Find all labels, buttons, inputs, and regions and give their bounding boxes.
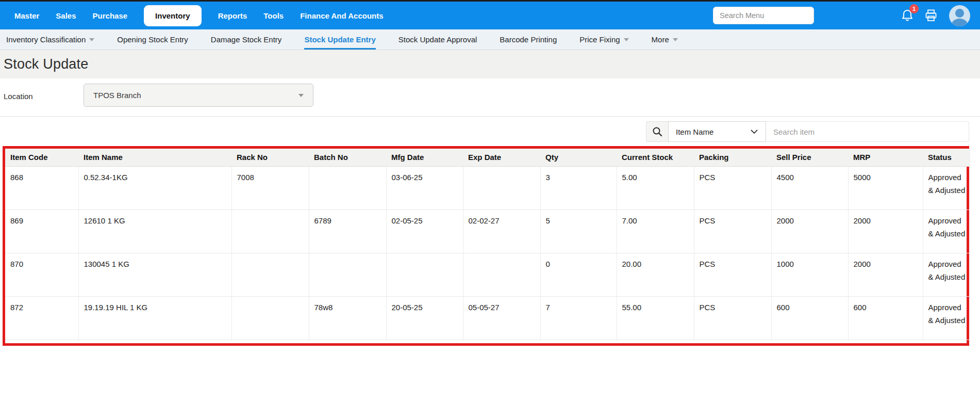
cell-mfg-date: 20-05-25 <box>386 296 463 340</box>
stock-update-table-highlight: Item CodeItem NameRack NoBatch NoMfg Dat… <box>3 146 969 346</box>
item-search-row: Item Name <box>0 116 980 146</box>
column-header-status: Status <box>923 149 970 166</box>
cell-item-name: 130045 1 KG <box>78 253 231 296</box>
cell-qty: 3 <box>540 166 617 210</box>
subnav-item-opening-stock-entry[interactable]: Opening Stock Entry <box>117 29 188 50</box>
search-field-dropdown-value: Item Name <box>676 127 750 136</box>
navbar-right-controls: 1 <box>713 5 980 26</box>
item-search-input[interactable] <box>766 121 969 142</box>
cell-item-name: 19.19.19 HIL 1 KG <box>78 296 231 340</box>
cell-qty: 5 <box>540 210 617 253</box>
column-header-sell-price: Sell Price <box>771 149 848 166</box>
nav-item-inventory[interactable]: Inventory <box>144 5 202 26</box>
print-button[interactable] <box>924 8 938 23</box>
cell-current-stock: 7.00 <box>617 210 694 253</box>
cell-exp-date <box>463 166 540 210</box>
cell-item-code: 870 <box>5 253 78 296</box>
cell-batch-no <box>309 166 386 210</box>
chevron-down-icon <box>89 38 94 41</box>
menu-search-input[interactable] <box>713 7 814 24</box>
subnav-item-barcode-printing[interactable]: Barcode Printing <box>500 29 557 50</box>
item-search-button[interactable] <box>646 121 668 142</box>
cell-mrp: 600 <box>848 296 923 340</box>
avatar-person-icon <box>955 9 964 18</box>
cell-rack-no <box>231 210 309 253</box>
printer-icon <box>924 9 938 22</box>
subnav-item-damage-stock-entry[interactable]: Damage Stock Entry <box>211 29 282 50</box>
nav-item-master[interactable]: Master <box>14 11 39 20</box>
subnav-item-more[interactable]: More <box>652 29 678 50</box>
column-header-packing: Packing <box>694 149 771 166</box>
table-header-row: Item CodeItem NameRack NoBatch NoMfg Dat… <box>5 149 970 166</box>
page-header: Stock Update <box>0 50 980 78</box>
cell-rack-no <box>231 296 309 340</box>
column-header-exp-date: Exp Date <box>463 149 540 166</box>
cell-mfg-date <box>386 253 463 296</box>
cell-batch-no: 78w8 <box>309 296 386 340</box>
notifications-button[interactable]: 1 <box>901 8 914 23</box>
cell-item-name: 12610 1 KG <box>78 210 231 253</box>
search-icon <box>652 126 663 137</box>
cell-batch-no <box>309 253 386 296</box>
subnav-item-label: Damage Stock Entry <box>211 35 282 44</box>
table-row[interactable]: 8680.52.34-1KG700803-06-2535.00PCS450050… <box>5 166 970 210</box>
subnav-item-stock-update-entry[interactable]: Stock Update Entry <box>304 29 375 50</box>
column-header-mfg-date: Mfg Date <box>386 149 463 166</box>
cell-status: Approved & Adjusted <box>923 166 970 210</box>
nav-item-sales[interactable]: Sales <box>56 11 76 20</box>
subnav-item-label: Barcode Printing <box>500 35 557 44</box>
cell-item-code: 869 <box>5 210 78 253</box>
cell-exp-date: 05-05-27 <box>463 296 540 340</box>
column-header-mrp: MRP <box>848 149 923 166</box>
subnav-item-label: Inventory Classification <box>6 35 86 44</box>
main-nav-items: MasterSalesPurchaseInventoryReportsTools… <box>14 5 384 26</box>
subnav-item-label: Opening Stock Entry <box>117 35 188 44</box>
menu-search <box>713 7 814 24</box>
cell-mrp: 2000 <box>848 210 923 253</box>
chevron-down-icon <box>298 94 304 97</box>
cell-packing: PCS <box>694 166 771 210</box>
cell-current-stock: 55.00 <box>617 296 694 340</box>
nav-item-reports[interactable]: Reports <box>218 11 247 20</box>
location-filter-row: Location TPOS Branch <box>0 78 980 116</box>
subnav-item-inventory-classification[interactable]: Inventory Classification <box>6 29 94 50</box>
cell-item-name: 0.52.34-1KG <box>78 166 231 210</box>
location-dropdown[interactable]: TPOS Branch <box>84 84 313 107</box>
cell-batch-no: 6789 <box>309 210 386 253</box>
user-avatar[interactable] <box>949 5 970 26</box>
cell-exp-date: 02-02-27 <box>463 210 540 253</box>
location-label: Location <box>4 92 33 101</box>
column-header-batch-no: Batch No <box>309 149 386 166</box>
cell-qty: 7 <box>540 296 617 340</box>
search-field-dropdown[interactable]: Item Name <box>668 121 766 142</box>
cell-current-stock: 5.00 <box>617 166 694 210</box>
subnav-item-label: More <box>652 35 669 44</box>
nav-item-finance-and-accounts[interactable]: Finance And Accounts <box>300 11 383 20</box>
cell-mrp: 2000 <box>848 253 923 296</box>
cell-current-stock: 20.00 <box>617 253 694 296</box>
column-header-item-code: Item Code <box>5 149 78 166</box>
nav-item-purchase[interactable]: Purchase <box>93 11 128 20</box>
subnav-item-stock-update-approval[interactable]: Stock Update Approval <box>398 29 477 50</box>
cell-mrp: 5000 <box>848 166 923 210</box>
cell-item-code: 868 <box>5 166 78 210</box>
table-row[interactable]: 870130045 1 KG020.00PCS10002000Approved … <box>5 253 970 296</box>
table-row[interactable]: 87219.19.19 HIL 1 KG78w820-05-2505-05-27… <box>5 296 970 340</box>
nav-item-tools[interactable]: Tools <box>263 11 284 20</box>
table-row[interactable]: 86912610 1 KG678902-05-2502-02-2757.00PC… <box>5 210 970 253</box>
cell-status: Approved & Adjusted <box>923 253 970 296</box>
inventory-subnav: Inventory ClassificationOpening Stock En… <box>0 29 980 50</box>
notification-badge: 1 <box>909 4 919 13</box>
cell-sell-price: 600 <box>771 296 848 340</box>
page-title: Stock Update <box>4 56 89 72</box>
column-header-rack-no: Rack No <box>231 149 309 166</box>
cell-sell-price: 4500 <box>771 166 848 210</box>
cell-rack-no: 7008 <box>231 166 309 210</box>
cell-sell-price: 1000 <box>771 253 848 296</box>
cell-status: Approved & Adjusted <box>923 296 970 340</box>
chevron-down-icon <box>750 129 758 134</box>
column-header-qty: Qty <box>540 149 617 166</box>
cell-mfg-date: 02-05-25 <box>386 210 463 253</box>
chevron-down-icon <box>624 38 629 41</box>
subnav-item-price-fixing[interactable]: Price Fixing <box>579 29 628 50</box>
